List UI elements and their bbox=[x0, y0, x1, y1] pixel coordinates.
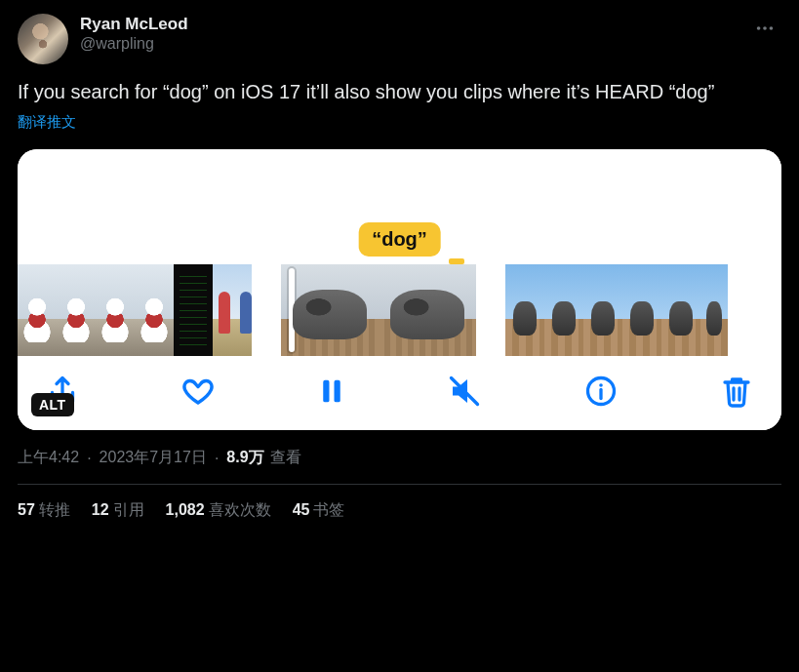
bookmarks-stat[interactable]: 45书签 bbox=[293, 500, 345, 521]
translate-link[interactable]: 翻译推文 bbox=[18, 113, 781, 132]
svg-point-6 bbox=[599, 383, 603, 387]
likes-count: 1,082 bbox=[166, 501, 205, 518]
clip-group-2 bbox=[281, 264, 476, 356]
retweets-count: 57 bbox=[18, 501, 35, 518]
separator bbox=[211, 450, 222, 467]
tweet-container: Ryan McLeod @warpling If you search for … bbox=[0, 0, 799, 521]
tweet-meta: 上午4:42 2023年7月17日 8.9万 查看 bbox=[18, 448, 781, 468]
video-filmstrip[interactable] bbox=[18, 264, 781, 356]
quotes-stat[interactable]: 12引用 bbox=[92, 500, 144, 521]
clip-thumb[interactable] bbox=[622, 264, 661, 356]
quotes-count: 12 bbox=[92, 501, 109, 518]
quotes-label: 引用 bbox=[113, 501, 144, 518]
clip-thumb[interactable] bbox=[661, 264, 700, 356]
heart-icon bbox=[180, 374, 216, 409]
likes-label: 喜欢次数 bbox=[209, 501, 271, 518]
pause-button[interactable] bbox=[317, 374, 346, 409]
mute-button[interactable] bbox=[447, 374, 482, 409]
bookmarks-count: 45 bbox=[293, 501, 310, 518]
clip-group-3 bbox=[505, 264, 728, 356]
tweet-text: If you search for “dog” on iOS 17 it’ll … bbox=[18, 78, 781, 105]
clip-group-1 bbox=[18, 264, 252, 356]
delete-button[interactable] bbox=[719, 374, 754, 409]
tweet-header: Ryan McLeod @warpling bbox=[18, 14, 781, 64]
search-term-badge: “dog” bbox=[358, 222, 441, 257]
svg-point-0 bbox=[757, 26, 761, 30]
playhead-icon bbox=[289, 268, 295, 352]
author-display-name: Ryan McLeod bbox=[80, 14, 188, 34]
retweets-label: 转推 bbox=[39, 501, 70, 518]
clip-thumb[interactable] bbox=[281, 264, 379, 356]
media-preview-top: “dog” bbox=[18, 149, 781, 264]
tweet-stats: 57转推 12引用 1,082喜欢次数 45书签 bbox=[18, 485, 781, 521]
svg-rect-4 bbox=[334, 380, 340, 403]
clip-thumb[interactable] bbox=[700, 264, 728, 356]
trash-icon bbox=[719, 374, 754, 409]
views-label: 查看 bbox=[270, 448, 301, 468]
media-toolbar bbox=[18, 356, 781, 430]
views-count: 8.9万 bbox=[226, 448, 263, 468]
clip-thumb[interactable] bbox=[57, 264, 96, 356]
clip-thumb[interactable] bbox=[96, 264, 135, 356]
likes-stat[interactable]: 1,082喜欢次数 bbox=[166, 500, 271, 521]
more-icon bbox=[754, 18, 776, 39]
info-icon bbox=[583, 374, 619, 409]
avatar[interactable] bbox=[18, 14, 68, 64]
clip-thumb[interactable] bbox=[583, 264, 622, 356]
separator bbox=[83, 450, 95, 467]
svg-rect-3 bbox=[323, 380, 329, 403]
clip-thumb[interactable] bbox=[544, 264, 583, 356]
clip-thumb[interactable] bbox=[505, 264, 544, 356]
author-handle: @warpling bbox=[80, 34, 188, 54]
more-button[interactable] bbox=[748, 14, 781, 43]
clip-thumb[interactable] bbox=[213, 264, 252, 356]
clip-thumb[interactable] bbox=[135, 264, 174, 356]
retweets-stat[interactable]: 57转推 bbox=[18, 500, 70, 521]
clip-thumb[interactable] bbox=[174, 264, 213, 356]
author-names[interactable]: Ryan McLeod @warpling bbox=[80, 14, 188, 54]
media-card[interactable]: “dog” bbox=[18, 149, 781, 430]
clip-thumb[interactable] bbox=[379, 264, 476, 356]
pause-icon bbox=[317, 374, 346, 409]
bookmarks-label: 书签 bbox=[313, 501, 344, 518]
info-button[interactable] bbox=[583, 374, 619, 409]
speaker-muted-icon bbox=[447, 374, 482, 409]
alt-badge[interactable]: ALT bbox=[31, 393, 74, 416]
tweet-date[interactable]: 2023年7月17日 bbox=[100, 448, 207, 468]
tweet-time[interactable]: 上午4:42 bbox=[18, 448, 79, 468]
favorite-button[interactable] bbox=[180, 374, 216, 409]
clip-thumb[interactable] bbox=[18, 264, 57, 356]
svg-point-2 bbox=[770, 26, 774, 30]
svg-point-1 bbox=[763, 26, 767, 30]
